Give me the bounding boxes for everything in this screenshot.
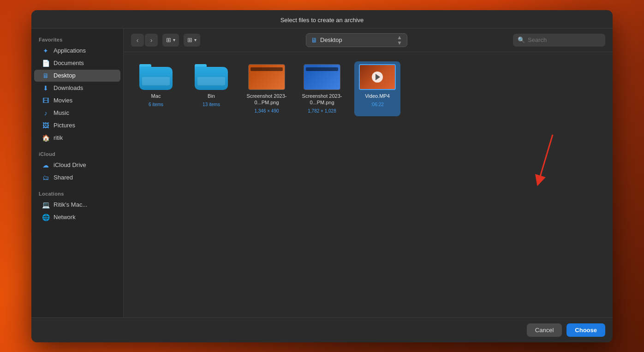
main-content: ‹ › ⊞ ▾ ⊞ ▾ 🖥 Desktop ▲: [124, 29, 613, 317]
nav-buttons: ‹ ›: [131, 34, 158, 47]
choose-button[interactable]: Choose: [566, 323, 605, 337]
network-label: Network: [54, 214, 76, 221]
cancel-button[interactable]: Cancel: [527, 323, 562, 337]
bin-folder-meta: 13 items: [203, 102, 220, 107]
network-icon: 🌐: [42, 214, 50, 221]
documents-icon: 📄: [42, 60, 50, 67]
bottom-bar: Cancel Choose: [31, 317, 613, 342]
music-icon: ♪: [42, 109, 50, 117]
documents-label: Documents: [54, 60, 84, 66]
file-picker-dialog: Select files to create an archive Favori…: [31, 10, 613, 342]
sidebar-item-ritiks-mac[interactable]: 💻 Ritik's Mac...: [34, 199, 120, 211]
list-item[interactable]: Screenshot 2023-0...PM.png 1,346 × 490: [244, 61, 290, 117]
music-label: Music: [54, 109, 69, 116]
dialog-title: Select files to create an archive: [31, 10, 613, 29]
play-icon: [372, 72, 383, 83]
location-bar: 🖥 Desktop ▲ ▼: [205, 33, 508, 47]
list-icon: ⊞: [187, 36, 192, 43]
sidebar-item-documents[interactable]: 📄 Documents: [34, 57, 120, 69]
screenshot2-name: Screenshot 2023-0...PM.png: [302, 93, 342, 106]
view-chevron1: ▾: [173, 37, 175, 42]
pictures-label: Pictures: [54, 122, 75, 129]
ritik-icon: 🏠: [42, 134, 50, 142]
video-thumb: [359, 64, 396, 90]
ritik-label: ritik: [54, 134, 63, 141]
view-chevron2: ▾: [194, 37, 197, 42]
desktop-label: Desktop: [54, 72, 76, 79]
grid-icon: ⊞: [166, 36, 171, 43]
screenshot2-thumb: [304, 64, 340, 90]
sidebar-item-ritik[interactable]: 🏠 ritik: [34, 132, 120, 144]
sidebar-item-shared[interactable]: 🗂 Shared: [34, 172, 120, 184]
list-item[interactable]: Video.MP4 :06:22: [354, 61, 400, 117]
sidebar-item-movies[interactable]: 🎞 Movies: [34, 95, 120, 107]
ritiks-mac-label: Ritik's Mac...: [54, 201, 87, 208]
location-arrows: ▲ ▼: [397, 35, 402, 46]
sidebar-item-network[interactable]: 🌐 Network: [34, 211, 120, 223]
ritiks-mac-icon: 💻: [42, 201, 50, 209]
applications-label: Applications: [54, 47, 86, 54]
desktop-icon: 🖥: [42, 72, 50, 79]
list-item[interactable]: Mac 6 items: [133, 61, 179, 117]
file-grid: Mac 6 items Bin 13 items: [124, 52, 613, 317]
list-item[interactable]: Screenshot 2023-0...PM.png 1,782 × 1,028: [299, 61, 345, 117]
list-view-button[interactable]: ⊞ ▾: [184, 34, 200, 47]
search-icon: 🔍: [518, 36, 525, 43]
screenshot1-name: Screenshot 2023-0...PM.png: [246, 93, 287, 106]
downloads-label: Downloads: [54, 84, 83, 91]
sidebar-section-favorites: Favorites: [31, 34, 123, 44]
sidebar-item-music[interactable]: ♪ Music: [34, 107, 120, 119]
shared-icon: 🗂: [42, 174, 50, 181]
screenshot1-thumb: [248, 64, 285, 90]
toolbar: ‹ › ⊞ ▾ ⊞ ▾ 🖥 Desktop ▲: [124, 29, 613, 52]
movies-label: Movies: [54, 97, 72, 104]
search-bar: 🔍: [513, 34, 605, 47]
sidebar-section-locations: Locations: [31, 188, 123, 198]
bin-folder-icon: [195, 64, 228, 90]
pictures-icon: 🖼: [42, 122, 50, 129]
location-folder-icon: 🖥: [311, 36, 317, 44]
movies-icon: 🎞: [42, 97, 50, 104]
sidebar-item-applications[interactable]: ✦ Applications: [34, 45, 120, 57]
icloud-drive-label: iCloud Drive: [54, 161, 86, 168]
location-dropdown[interactable]: 🖥 Desktop ▲ ▼: [306, 33, 407, 47]
back-button[interactable]: ‹: [131, 34, 144, 47]
icon-view-button[interactable]: ⊞ ▾: [162, 34, 179, 47]
sidebar-item-desktop[interactable]: 🖥 Desktop: [34, 70, 120, 82]
mac-folder-icon: [139, 64, 173, 90]
video-file-meta: :06:22: [371, 102, 384, 107]
sidebar: Favorites ✦ Applications 📄 Documents 🖥 D…: [31, 29, 124, 317]
icloud-drive-icon: ☁: [42, 161, 50, 169]
location-text: Desktop: [320, 36, 342, 43]
mac-folder-name: Mac: [151, 93, 161, 99]
downloads-icon: ⬇: [42, 84, 50, 92]
sidebar-item-pictures[interactable]: 🖼 Pictures: [34, 119, 120, 131]
sidebar-section-icloud: iCloud: [31, 149, 123, 159]
list-item[interactable]: Bin 13 items: [188, 61, 234, 117]
screenshot2-meta: 1,782 × 1,028: [308, 108, 336, 113]
video-file-name: Video.MP4: [365, 93, 390, 99]
sidebar-item-icloud-drive[interactable]: ☁ iCloud Drive: [34, 159, 120, 171]
sidebar-item-downloads[interactable]: ⬇ Downloads: [34, 82, 120, 94]
search-input[interactable]: [528, 36, 597, 43]
mac-folder-meta: 6 items: [149, 102, 163, 107]
dialog-body: Favorites ✦ Applications 📄 Documents 🖥 D…: [31, 29, 613, 317]
screenshot1-meta: 1,346 × 490: [254, 108, 279, 113]
bin-folder-name: Bin: [208, 93, 215, 99]
applications-icon: ✦: [42, 47, 50, 54]
forward-button[interactable]: ›: [145, 34, 158, 47]
shared-label: Shared: [54, 174, 73, 181]
